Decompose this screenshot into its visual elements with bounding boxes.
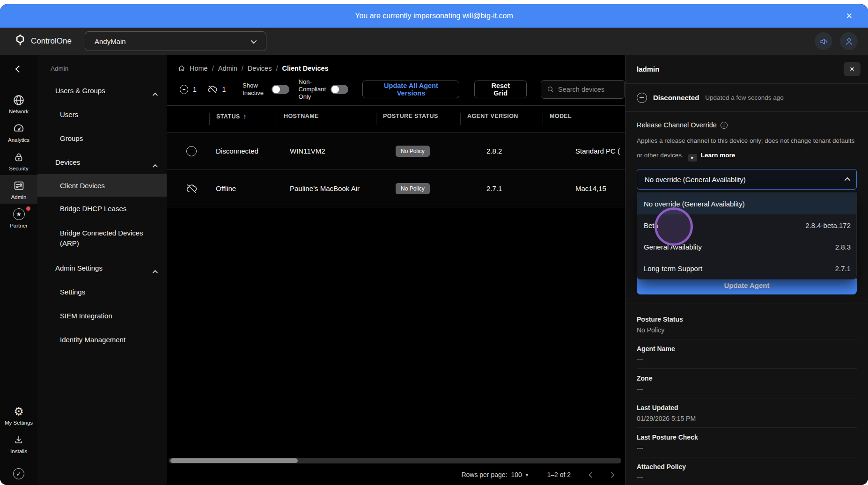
cell-status: Disconnected bbox=[216, 147, 290, 155]
rail-bottom: ⚙ My Settings Installs ✓ bbox=[0, 401, 37, 485]
non-compliant-toggle[interactable] bbox=[331, 85, 348, 94]
release-channel-label: Release Channel Override bbox=[637, 121, 717, 129]
breadcrumb-separator: / bbox=[242, 65, 243, 72]
rail-item-partner[interactable]: ★ Partner bbox=[0, 204, 37, 232]
nav-item-settings[interactable]: Settings bbox=[37, 280, 167, 304]
nav-item-identity[interactable]: Identity Management bbox=[37, 328, 167, 352]
nav-item-devices[interactable]: Devices bbox=[37, 150, 167, 174]
cloud-off-icon bbox=[207, 84, 217, 95]
nav-section-title: Admin bbox=[37, 61, 167, 79]
rail-item-analytics[interactable]: Analytics bbox=[0, 118, 37, 147]
show-inactive-toggle[interactable] bbox=[272, 85, 289, 94]
rail-item-network[interactable]: Network bbox=[0, 89, 37, 118]
play-icon: ▶ bbox=[691, 150, 694, 165]
nav-item-users-groups[interactable]: Users & Groups bbox=[37, 79, 167, 103]
table-row[interactable]: Offline Pauline’s MacBook Air No Policy … bbox=[167, 170, 625, 207]
option-version: 2.8.4-beta.172 bbox=[805, 221, 851, 229]
icon-rail: Network Analytics Security Admin bbox=[0, 55, 37, 485]
rail-item-security[interactable]: Security bbox=[0, 147, 37, 175]
cell-status: Offline bbox=[216, 184, 290, 192]
field-label: Last Updated bbox=[637, 404, 857, 412]
column-header-status[interactable]: STATUS↑ bbox=[209, 113, 283, 125]
column-header-agent-version[interactable]: AGENT VERSION bbox=[460, 113, 549, 125]
breadcrumb-separator: / bbox=[212, 65, 214, 72]
show-inactive-label: Show Inactive bbox=[243, 82, 267, 97]
nav-item-client-devices[interactable]: Client Devices bbox=[37, 174, 167, 197]
rail-label: Admin bbox=[11, 194, 27, 200]
breadcrumb-current: Client Devices bbox=[282, 65, 328, 72]
cell-posture: No Policy bbox=[396, 146, 486, 157]
rail-item-admin[interactable]: Admin bbox=[0, 175, 37, 204]
nav-item-siem[interactable]: SIEM Integration bbox=[37, 304, 167, 328]
field-label: Posture Status bbox=[637, 316, 857, 323]
nav-item-users[interactable]: Users bbox=[37, 103, 167, 126]
release-channel-select[interactable]: No override (General Availablity) bbox=[637, 169, 857, 190]
next-page-button[interactable] bbox=[610, 471, 614, 478]
collapse-rail-button[interactable] bbox=[16, 65, 22, 73]
nav-item-label: Admin Settings bbox=[55, 264, 103, 272]
scrollbar-thumb[interactable] bbox=[170, 458, 298, 463]
cell-model: Mac14,15 bbox=[575, 184, 625, 192]
column-header-model[interactable]: MODEL bbox=[543, 113, 625, 125]
breadcrumb-separator: / bbox=[276, 65, 278, 72]
rows-per-page-control[interactable]: Rows per page: 100 ▾ bbox=[461, 471, 528, 478]
chevron-up-icon bbox=[153, 162, 156, 169]
tenant-selector[interactable]: AndyMain bbox=[85, 31, 266, 51]
non-compliant-label: Non-Compliant Only bbox=[299, 78, 326, 101]
admin-nav: Admin Users & Groups Users Groups Device… bbox=[37, 55, 167, 485]
panel-close-button[interactable]: × bbox=[844, 62, 861, 76]
cloud-off-icon bbox=[185, 183, 198, 194]
device-toolbar: 1 1 Show Inactive Non-Compliant Only Upd… bbox=[167, 74, 625, 104]
nav-item-bridge-arp[interactable]: Bridge Connected Devices (ARP) bbox=[37, 220, 167, 256]
field-agent-name: Agent Name --- bbox=[637, 339, 857, 369]
breadcrumb-home[interactable]: Home bbox=[190, 65, 208, 72]
release-channel-description: Applies a release channel to this device… bbox=[637, 133, 857, 162]
info-icon[interactable]: i bbox=[721, 122, 728, 129]
pagination-bar: Rows per page: 100 ▾ 1–2 of 2 bbox=[167, 464, 625, 485]
field-value: 01/29/2026 5:15 PM bbox=[637, 415, 857, 422]
nav-item-bridge-dhcp[interactable]: Bridge DHCP Leases bbox=[37, 197, 167, 220]
announcements-button[interactable] bbox=[815, 32, 832, 50]
table-row[interactable]: Disconnected WIN11VM2 No Policy 2.8.2 St… bbox=[167, 132, 625, 170]
nav-item-label: Client Devices bbox=[60, 182, 105, 190]
rail-item-my-settings[interactable]: ⚙ My Settings bbox=[0, 401, 37, 429]
option-no-override[interactable]: No override (General Availablity) bbox=[637, 193, 856, 214]
field-attached-policy: Attached Policy --- bbox=[637, 457, 857, 485]
reset-grid-button[interactable]: Reset Grid bbox=[474, 81, 527, 98]
breadcrumb-devices[interactable]: Devices bbox=[248, 65, 272, 72]
option-long-term-support[interactable]: Long-term Support 2.7.1 bbox=[637, 257, 856, 279]
field-label: Agent Name bbox=[637, 345, 857, 353]
status-check-icon[interactable]: ✓ bbox=[13, 468, 24, 479]
search-input[interactable] bbox=[558, 86, 619, 93]
chevron-down-icon bbox=[251, 37, 257, 44]
breadcrumb-admin[interactable]: Admin bbox=[218, 65, 237, 72]
play-video-button[interactable]: ▶ bbox=[688, 154, 697, 162]
nav-item-label: Groups bbox=[60, 134, 83, 142]
banner-close-icon[interactable]: × bbox=[846, 11, 852, 21]
field-value: --- bbox=[637, 474, 857, 481]
option-beta[interactable]: Beta 2.8.4-beta.172 bbox=[637, 214, 856, 236]
learn-more-link[interactable]: Learn more bbox=[701, 152, 736, 159]
option-general-availability[interactable]: General Availablity 2.8.3 bbox=[637, 236, 856, 257]
cell-model: Standard PC ( bbox=[575, 147, 625, 155]
update-all-agents-button[interactable]: Update All Agent Versions bbox=[362, 81, 459, 98]
lock-icon bbox=[13, 151, 25, 163]
nav-item-groups[interactable]: Groups bbox=[37, 126, 167, 150]
panel-status-row: Disconnected Updated a few seconds ago bbox=[625, 84, 868, 112]
column-header-posture[interactable]: POSTURE STATUS bbox=[376, 113, 467, 125]
option-label: General Availablity bbox=[644, 243, 702, 251]
horizontal-scrollbar[interactable] bbox=[169, 458, 621, 463]
home-icon bbox=[178, 65, 185, 72]
column-header-hostname[interactable]: HOSTNAME bbox=[277, 113, 383, 125]
panel-header: ladmin × bbox=[625, 55, 868, 84]
panel-status-text: Disconnected bbox=[653, 94, 699, 102]
panel-updated-text: Updated a few seconds ago bbox=[705, 94, 783, 101]
posture-badge: No Policy bbox=[396, 146, 430, 157]
prev-page-button[interactable] bbox=[589, 471, 594, 478]
offline-count: 1 bbox=[222, 86, 226, 93]
nav-item-admin-settings[interactable]: Admin Settings bbox=[37, 256, 167, 280]
rail-item-installs[interactable]: Installs bbox=[0, 429, 37, 458]
field-last-posture-check: Last Posture Check --- bbox=[637, 428, 857, 457]
user-menu-button[interactable] bbox=[840, 32, 858, 50]
field-value: --- bbox=[637, 444, 857, 452]
